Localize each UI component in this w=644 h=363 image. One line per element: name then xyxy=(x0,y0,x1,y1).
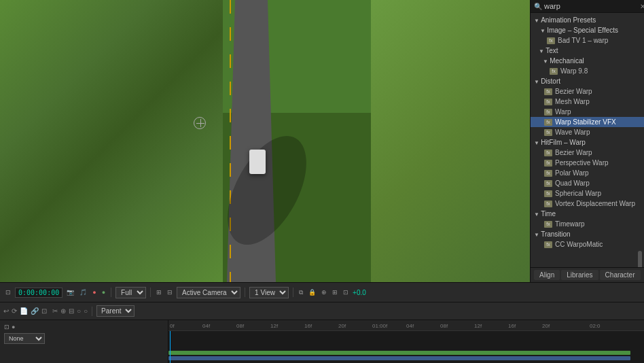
effect-perspective-warp[interactable]: fx Perspective Warp xyxy=(531,158,644,168)
timeline-tools: ↩ ⟳ 📄 🔗 ⊡ ✂ ⊕ ⊟ ○ ○ Parent xyxy=(0,302,644,320)
separator xyxy=(111,288,111,297)
search-bar: 🔍 warp ✕ xyxy=(531,0,644,13)
tl-icon-10[interactable]: ○ xyxy=(84,307,88,315)
grid-icon[interactable]: ⊞ xyxy=(155,288,163,296)
ruler-mark-12f: 12f xyxy=(270,323,278,329)
ruler-mark-08f: 08f xyxy=(236,323,244,329)
effect-icon: fx xyxy=(544,99,552,105)
tl-icon-6[interactable]: ✂ xyxy=(52,307,58,315)
effect-label: Warp xyxy=(555,108,571,116)
effect-icon: fx xyxy=(544,160,552,167)
tl-icon-7[interactable]: ⊕ xyxy=(60,307,66,315)
parent-select[interactable]: Parent xyxy=(96,305,135,317)
quality-select[interactable]: Full xyxy=(115,287,146,298)
tab-character[interactable]: Character xyxy=(600,270,641,280)
timeline-right[interactable]: 0f 04f 08f 12f 16f 20f 01:00f 04f 08f 12… xyxy=(168,320,644,363)
effect-polar-warp[interactable]: fx Polar Warp xyxy=(531,168,644,178)
timeline-ruler: 0f 04f 08f 12f 16f 20f 01:00f 04f 08f 12… xyxy=(168,320,644,331)
effect-warp-stabilizer-vfx[interactable]: fx Warp Stabilizer VFX xyxy=(531,117,644,127)
tl-icon-4[interactable]: 🔗 xyxy=(31,307,39,315)
tl-icon-5[interactable]: ⊡ xyxy=(41,307,47,315)
motion-icon[interactable]: ⊡ xyxy=(342,288,350,296)
effect-label: Bezier Warp xyxy=(555,149,592,156)
layer-icon[interactable]: ⊞ xyxy=(331,288,339,296)
ruler-mark-0f: 0f xyxy=(170,323,175,329)
effect-spherical-warp[interactable]: fx Spherical Warp xyxy=(531,188,644,198)
effect-vortex-displacement-warp[interactable]: fx Vortex Displacement Warp xyxy=(531,198,644,209)
ruler-mark-04f-2: 04f xyxy=(406,323,414,329)
ruler-mark-08f-2: 08f xyxy=(440,323,448,329)
overlay-icon[interactable]: ⊟ xyxy=(166,288,174,296)
section-transition[interactable]: Transition xyxy=(531,229,644,239)
separator3 xyxy=(245,288,245,297)
subsection-image-special-effects[interactable]: Image – Special Effects xyxy=(531,25,644,35)
effect-label: Vortex Displacement Warp xyxy=(555,200,635,207)
color2-icon[interactable]: ● xyxy=(101,288,107,296)
tab-libraries[interactable]: Libraries xyxy=(561,270,598,280)
section-animation-presets[interactable]: Animation Presets xyxy=(531,15,644,25)
effect-icon: fx xyxy=(544,150,552,156)
effect-icon: fx xyxy=(544,119,552,126)
effect-label: Wave Warp xyxy=(555,128,590,136)
effect-icon: fx xyxy=(550,68,558,75)
search-input[interactable]: warp xyxy=(544,2,638,10)
frame-icon[interactable]: ⧉ xyxy=(298,288,304,297)
time-display[interactable]: 0:00:00:00 xyxy=(15,288,62,298)
subsection-text[interactable]: Text xyxy=(531,46,644,56)
lock-icon[interactable]: 🔒 xyxy=(307,288,317,296)
effect-warp[interactable]: fx Warp xyxy=(531,107,644,117)
effect-label: Warp Stabilizer VFX xyxy=(555,118,616,126)
track-bar-blue xyxy=(168,356,630,360)
tl-icon-1[interactable]: ↩ xyxy=(3,307,9,315)
camera-icon[interactable]: 📷 xyxy=(65,288,75,296)
track-vis-icon[interactable]: ● xyxy=(12,324,15,330)
effect-icon: fx xyxy=(544,190,552,197)
section-time[interactable]: Time xyxy=(531,209,644,219)
separator2 xyxy=(150,288,151,297)
effect-label: Bad TV 1 – warp xyxy=(558,37,608,44)
video-scene xyxy=(0,0,530,282)
effect-label: Mesh Warp xyxy=(555,98,590,105)
effects-list[interactable]: Animation Presets Image – Special Effect… xyxy=(531,13,644,267)
separator4 xyxy=(293,288,293,297)
effect-quad-warp[interactable]: fx Quad Warp xyxy=(531,178,644,188)
effect-mesh-warp[interactable]: fx Mesh Warp xyxy=(531,97,644,107)
ruler-mark-16f-2: 16f xyxy=(508,323,516,329)
tab-align[interactable]: Align xyxy=(534,270,560,280)
magnet-icon[interactable]: ⊕ xyxy=(320,288,328,296)
effect-icon: fx xyxy=(547,37,555,44)
effect-hf-bezier-warp[interactable]: fx Bezier Warp xyxy=(531,148,644,158)
subsection-mechanical[interactable]: Mechanical xyxy=(531,56,644,66)
color-icon[interactable]: ● xyxy=(91,288,97,296)
car xyxy=(249,150,266,174)
ruler-mark-01-00f: 01:00f xyxy=(372,323,387,329)
effect-timewarp[interactable]: fx Timewarp xyxy=(531,219,644,229)
tl-icon-3[interactable]: 📄 xyxy=(20,307,28,315)
effect-bad-tv-warp[interactable]: fx Bad TV 1 – warp xyxy=(531,35,644,46)
timeline-tracks xyxy=(168,331,644,363)
playhead[interactable] xyxy=(170,331,171,363)
timeline-left: ⊡ ● None xyxy=(0,320,168,363)
camera-select[interactable]: Active Camera xyxy=(177,287,240,298)
effect-wave-warp[interactable]: fx Wave Warp xyxy=(531,127,644,137)
close-icon[interactable]: ✕ xyxy=(640,3,644,10)
tl-icon-2[interactable]: ⟳ xyxy=(12,307,17,315)
section-hitfilm-warp[interactable]: HitFilm – Warp xyxy=(531,137,644,148)
none-select[interactable]: None xyxy=(4,333,45,344)
tl-icon-8[interactable]: ⊟ xyxy=(69,307,74,315)
effect-label: Timewarp xyxy=(555,220,585,228)
expand-icon[interactable]: ⊡ xyxy=(4,288,12,296)
tl-icon-9[interactable]: ○ xyxy=(77,307,81,315)
effect-icon: fx xyxy=(544,170,552,177)
search-icon: 🔍 xyxy=(534,3,542,10)
effect-warp-9-8[interactable]: fx Warp 9.8 xyxy=(531,66,644,76)
audio-icon[interactable]: 🎵 xyxy=(78,288,88,296)
track-icon: ⊡ xyxy=(4,324,10,330)
effect-cc-warpomatic[interactable]: fx CC WarpoMatic xyxy=(531,239,644,249)
effect-bezier-warp[interactable]: fx Bezier Warp xyxy=(531,86,644,97)
effect-label: Polar Warp xyxy=(555,169,589,177)
track-label-1: ⊡ ● xyxy=(2,322,166,332)
section-distort[interactable]: Distort xyxy=(531,76,644,86)
right-panel: 🔍 warp ✕ Animation Presets Image – Speci… xyxy=(530,0,644,282)
view-count-select[interactable]: 1 View xyxy=(249,287,289,298)
